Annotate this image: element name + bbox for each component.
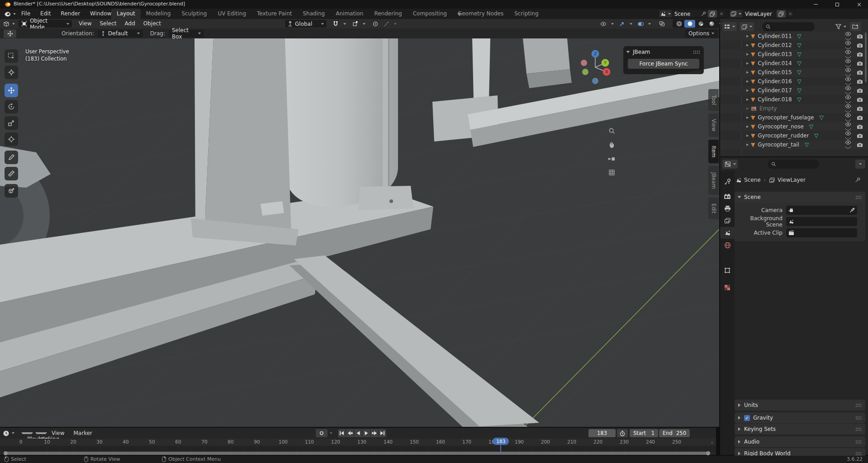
property-panel-header[interactable]: ✓ Units: [735, 400, 865, 411]
eyedropper-icon[interactable]: [849, 208, 855, 213]
sidebar-tab[interactable]: Tool: [708, 89, 719, 111]
3d-viewport[interactable]: User Perspective (183) Collection: [0, 38, 719, 427]
expand-arrow-icon[interactable]: ▶: [746, 52, 751, 56]
scrollbar-left-knob[interactable]: [4, 451, 8, 455]
viewport-canvas[interactable]: [0, 38, 719, 427]
sidebar-tab[interactable]: View: [708, 113, 719, 137]
shading-rendered-button[interactable]: [706, 20, 717, 28]
tool-measure[interactable]: [5, 167, 18, 180]
breadcrumb-scene[interactable]: Scene: [744, 177, 761, 183]
disable-in-renders-toggle[interactable]: [857, 52, 863, 57]
outliner-row[interactable]: ▶ ▼ Empty ▽: [720, 104, 868, 113]
tool-add-cube[interactable]: [5, 184, 18, 198]
camera-view-button[interactable]: [607, 154, 617, 164]
tab-render[interactable]: [720, 190, 735, 202]
outliner-row[interactable]: ▶ ▼ Gyrocopter_rudder ▽: [720, 131, 868, 140]
scene-selector[interactable]: Scene ×: [659, 9, 726, 18]
options-dropdown[interactable]: Options: [685, 29, 718, 38]
outliner-scrollbar[interactable]: [865, 33, 867, 82]
object-name[interactable]: Cylinder.012: [758, 42, 792, 48]
sidebar-tab[interactable]: JBeam: [708, 166, 719, 195]
timeline-scrollbar[interactable]: [4, 452, 710, 455]
navigation-gizmo[interactable]: Z Y X: [581, 47, 613, 88]
background-scene-field[interactable]: [786, 217, 857, 226]
playhead-badge[interactable]: 183: [493, 438, 509, 445]
disable-in-renders-toggle[interactable]: [857, 142, 863, 147]
viewport-menu-item[interactable]: Add: [121, 19, 139, 28]
jbeam-panel-header[interactable]: JBeam: [623, 46, 704, 58]
expand-arrow-icon[interactable]: ▶: [746, 143, 751, 146]
outliner-row[interactable]: ▶ ▼ Cylinder.017 ▽: [720, 86, 868, 95]
drag-setting-dropdown[interactable]: Select Box: [169, 30, 204, 38]
hide-in-viewport-toggle[interactable]: [845, 140, 851, 149]
tab-tool[interactable]: [720, 175, 735, 187]
viewlayer-name[interactable]: ViewLayer: [742, 11, 777, 17]
outliner-row[interactable]: ▶ ▼ Cylinder.011 ▽: [720, 32, 868, 41]
play-reverse-button[interactable]: [354, 429, 362, 437]
jump-to-start-button[interactable]: [338, 429, 346, 437]
expand-arrow-icon[interactable]: ▶: [746, 98, 751, 101]
camera-field[interactable]: [786, 206, 857, 215]
outliner-search-field[interactable]: [762, 22, 815, 31]
viewport-menu-item[interactable]: View: [75, 19, 95, 28]
workspace-tab[interactable]: UV Editing: [212, 9, 251, 19]
disable-in-renders-toggle[interactable]: [857, 70, 863, 75]
property-panel-header[interactable]: ✓ Audio: [735, 436, 865, 447]
remove-viewlayer-button[interactable]: ×: [786, 10, 795, 18]
gizmo-minus-y[interactable]: [582, 69, 588, 75]
proportional-falloff-button[interactable]: [381, 20, 392, 28]
panel-grip-icon[interactable]: [855, 416, 862, 420]
active-tool-button[interactable]: [4, 29, 16, 38]
shading-wireframe-button[interactable]: [674, 20, 684, 28]
panel-grip-icon[interactable]: [855, 195, 862, 199]
object-name[interactable]: Cylinder.011: [758, 33, 792, 39]
new-collection-button[interactable]: [850, 22, 861, 31]
disable-in-renders-toggle[interactable]: [857, 61, 863, 66]
editor-type-button[interactable]: [3, 21, 15, 27]
mode-dropdown[interactable]: Object Mode: [19, 20, 72, 28]
viewlayer-selector[interactable]: ViewLayer ×: [729, 9, 795, 18]
tool-move[interactable]: [5, 84, 18, 97]
frame-end-field[interactable]: End 250: [659, 429, 690, 437]
disable-in-renders-toggle[interactable]: [857, 33, 863, 39]
property-panel-header[interactable]: ✓ Gravity: [735, 412, 865, 423]
object-name[interactable]: Cylinder.016: [758, 78, 792, 85]
disable-in-renders-toggle[interactable]: [857, 133, 863, 138]
frame-start-field[interactable]: Start 1: [630, 429, 658, 437]
scene-panel-header[interactable]: Scene: [735, 192, 865, 203]
hide-in-viewport-toggle[interactable]: [845, 68, 851, 77]
timeline-menu-item[interactable]: Marker: [69, 428, 96, 438]
playhead-line[interactable]: [500, 445, 501, 452]
timeline-menu-item[interactable]: Keying: [35, 432, 47, 434]
auto-keying-button[interactable]: [316, 429, 327, 437]
xray-toggle[interactable]: [656, 20, 667, 28]
outliner-row[interactable]: ▶ ▼ Cylinder.014 ▽: [720, 59, 868, 68]
pan-view-button[interactable]: [607, 140, 617, 150]
outliner-row[interactable]: ▶ ▼ Cylinder.015 ▽: [720, 68, 868, 77]
region-collapse-arrow[interactable]: ‹: [711, 439, 713, 445]
outliner-filter-dropdown[interactable]: [835, 24, 846, 29]
panel-grip-icon[interactable]: [855, 440, 862, 444]
object-name[interactable]: Empty: [759, 105, 777, 112]
expand-arrow-icon[interactable]: ▶: [746, 125, 751, 128]
snap-toggle[interactable]: [330, 20, 341, 28]
maximize-button[interactable]: [830, 1, 844, 7]
sidebar-tab[interactable]: Edit: [708, 198, 719, 219]
outliner-row[interactable]: ▶ ▼ Gyrocopter_tail ▽: [720, 140, 868, 149]
overlays-toggle[interactable]: [635, 20, 646, 28]
use-preview-range-button[interactable]: [617, 429, 628, 437]
expand-arrow-icon[interactable]: ▶: [746, 34, 751, 38]
tab-scene[interactable]: [720, 227, 735, 239]
blender-menu-button[interactable]: [4, 9, 16, 19]
pin-icon[interactable]: [855, 177, 860, 183]
gravity-checkbox[interactable]: ✓: [744, 415, 750, 421]
scene-name[interactable]: Scene: [672, 11, 699, 17]
workspace-tab[interactable]: Texture Paint: [251, 9, 297, 19]
tab-output[interactable]: [720, 203, 735, 214]
force-jbeam-sync-button[interactable]: Force JBeam Sync: [628, 59, 699, 69]
close-button[interactable]: [852, 1, 866, 7]
object-name[interactable]: Gyrocopter_rudder: [758, 132, 809, 139]
scene-browse-button[interactable]: [659, 10, 672, 18]
expand-arrow-icon[interactable]: ▶: [746, 80, 751, 83]
timeline-track[interactable]: [0, 446, 716, 451]
